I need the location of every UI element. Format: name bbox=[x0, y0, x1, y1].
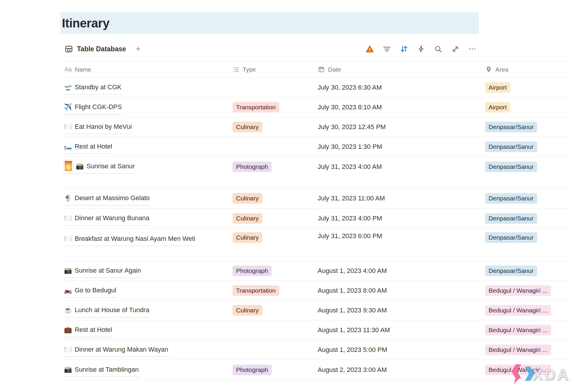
name-cell[interactable]: 🛏️Rest at Hotel bbox=[60, 140, 228, 154]
area-tag[interactable]: Denpasar/Sanur bbox=[485, 213, 537, 224]
area-cell[interactable]: Denpasar/Sanur bbox=[483, 193, 572, 204]
date-cell[interactable]: July 31, 2023 4:00 AM bbox=[315, 163, 483, 171]
page-link[interactable]: 💼Rest at Hotel bbox=[64, 323, 112, 337]
column-header-date[interactable]: Date bbox=[315, 66, 483, 73]
name-cell[interactable]: 📸Sunrise at Tamblingan bbox=[60, 363, 228, 377]
search-icon[interactable] bbox=[434, 45, 442, 53]
table-row[interactable]: ✈️Flight CGK-DPS Transportation July 30,… bbox=[60, 98, 572, 117]
date-cell[interactable]: July 30, 2023 6:30 AM bbox=[315, 84, 483, 91]
type-cell[interactable]: Photograph bbox=[228, 365, 315, 375]
area-cell[interactable]: Denpasar/Sanur bbox=[483, 141, 572, 152]
table-row[interactable]: 🍽️Dinner at Warung Makan Wayan August 1,… bbox=[60, 340, 572, 360]
table-row[interactable]: 🍽️Dinner at Warung Bunana Culinary July … bbox=[60, 209, 572, 228]
table-row[interactable]: 🛫Standby at CGK July 30, 2023 6:30 AM Ai… bbox=[60, 78, 572, 98]
type-tag[interactable]: Culinary bbox=[232, 122, 262, 132]
date-cell[interactable]: July 31, 2023 4:00 PM bbox=[315, 215, 483, 222]
page-link[interactable]: 🍽️Dinner at Warung Makan Wayan bbox=[64, 343, 168, 357]
type-cell[interactable]: Culinary bbox=[228, 213, 315, 224]
date-cell[interactable]: July 31, 2023 11:00 AM bbox=[315, 195, 483, 202]
type-tag[interactable]: Transportation bbox=[232, 102, 279, 113]
page-link[interactable]: 📸Sunrise at Tamblingan bbox=[64, 363, 139, 377]
name-cell[interactable]: 🍨Desert at Massimo Gelato bbox=[60, 192, 228, 205]
page-link[interactable]: 🍽️Breakfast at Warung Nasi Ayam Men Weti bbox=[64, 232, 195, 246]
page-link[interactable]: 🛫Standby at CGK bbox=[64, 81, 121, 95]
area-tag[interactable]: Airport bbox=[485, 82, 510, 93]
type-cell[interactable]: Culinary bbox=[228, 228, 315, 243]
type-cell[interactable]: Culinary bbox=[228, 193, 315, 204]
date-cell[interactable]: August 1, 2023 11:30 AM bbox=[315, 326, 483, 334]
page-link[interactable]: 🍨Desert at Massimo Gelato bbox=[64, 192, 150, 205]
name-cell[interactable]: 🍽️Eat Hanoi by MeVui bbox=[60, 120, 228, 134]
area-tag[interactable]: Denpasar/Sanur bbox=[485, 141, 537, 152]
page-link[interactable]: 🌅📸Sunrise at Sanur bbox=[64, 160, 135, 174]
area-tag[interactable]: Bedugul / Wanagiri ... bbox=[485, 305, 551, 316]
add-view-button[interactable]: + bbox=[136, 45, 141, 53]
area-cell[interactable]: Bedugul / Wanagiri ... bbox=[483, 345, 572, 355]
area-tag[interactable]: Denpasar/Sanur bbox=[485, 162, 537, 172]
automations-icon[interactable] bbox=[417, 45, 425, 53]
area-tag[interactable]: Denpasar/Sanur bbox=[485, 122, 537, 132]
area-tag[interactable]: Airport bbox=[485, 102, 510, 113]
page-link[interactable]: 🍽️Eat Hanoi by MeVui bbox=[64, 120, 132, 134]
date-cell[interactable]: August 1, 2023 5:00 PM bbox=[315, 346, 483, 354]
name-cell[interactable]: 🍽️Dinner at Warung Bunana bbox=[60, 212, 228, 225]
type-cell[interactable]: Transportation bbox=[228, 102, 315, 113]
date-cell[interactable]: July 31, 2023 6:00 PM bbox=[315, 228, 483, 240]
area-cell[interactable]: Denpasar/Sanur bbox=[483, 266, 572, 276]
area-cell[interactable]: Denpasar/Sanur bbox=[483, 228, 572, 243]
area-cell[interactable]: Bedugul / Wanagiri ... bbox=[483, 285, 572, 296]
date-cell[interactable]: July 30, 2023 1:30 PM bbox=[315, 143, 483, 151]
type-cell[interactable]: Photograph bbox=[228, 266, 315, 276]
table-row[interactable]: 🍽️Eat Hanoi by MeVui Culinary July 30, 2… bbox=[60, 117, 572, 137]
type-tag[interactable]: Culinary bbox=[232, 193, 262, 204]
warning-icon[interactable] bbox=[366, 45, 374, 53]
name-cell[interactable]: 🏍️Go to Bedugul bbox=[60, 284, 228, 298]
name-cell[interactable]: 🍽️Breakfast at Warung Nasi Ayam Men Weti bbox=[60, 228, 228, 246]
page-link[interactable]: 🛏️Rest at Hotel bbox=[64, 140, 112, 154]
name-cell[interactable]: 💼Rest at Hotel bbox=[60, 323, 228, 337]
page-link[interactable]: 🏍️Go to Bedugul bbox=[64, 284, 116, 298]
date-cell[interactable]: August 2, 2023 3:00 AM bbox=[315, 366, 483, 374]
area-cell[interactable]: Denpasar/Sanur bbox=[483, 122, 572, 132]
type-tag[interactable]: Photograph bbox=[232, 266, 272, 276]
date-cell[interactable]: July 30, 2023 8:10 AM bbox=[315, 103, 483, 111]
page-link[interactable]: ✈️Flight CGK-DPS bbox=[64, 101, 122, 114]
table-row[interactable]: 🛏️Rest at Hotel July 30, 2023 1:30 PM De… bbox=[60, 137, 572, 157]
table-row[interactable]: 🌅📸Sunrise at Sanur Photograph July 31, 2… bbox=[60, 157, 572, 177]
expand-icon[interactable] bbox=[451, 45, 459, 53]
page-link[interactable]: ☕Lunch at House of Tundra bbox=[64, 304, 149, 317]
area-tag[interactable]: Bedugul / Wanagiri ... bbox=[485, 325, 551, 335]
name-cell[interactable]: 🍽️Dinner at Warung Makan Wayan bbox=[60, 343, 228, 357]
type-cell[interactable]: Culinary bbox=[228, 305, 315, 316]
date-cell[interactable]: August 1, 2023 4:00 AM bbox=[315, 267, 483, 275]
area-tag[interactable]: Denpasar/Sanur bbox=[485, 232, 537, 243]
date-cell[interactable]: July 30, 2023 12:45 PM bbox=[315, 123, 483, 131]
page-link[interactable]: 📸Sunrise at Sanur Again bbox=[64, 264, 141, 278]
column-header-type[interactable]: Type bbox=[228, 66, 315, 73]
type-cell[interactable]: Transportation bbox=[228, 285, 315, 296]
area-cell[interactable]: Bedugul / Wanagiri ... bbox=[483, 305, 572, 316]
type-tag[interactable]: Culinary bbox=[232, 232, 262, 243]
filter-icon[interactable] bbox=[383, 45, 391, 53]
type-tag[interactable]: Transportation bbox=[232, 285, 279, 296]
name-cell[interactable]: ☕Lunch at House of Tundra bbox=[60, 304, 228, 317]
table-row[interactable]: 🍨Desert at Massimo Gelato Culinary July … bbox=[60, 188, 572, 209]
type-tag[interactable]: Culinary bbox=[232, 213, 262, 224]
area-tag[interactable]: Bedugul / Wanagiri ... bbox=[485, 345, 551, 355]
area-cell[interactable]: Airport bbox=[483, 82, 572, 93]
area-tag[interactable]: Bedugul / Wanagiri ... bbox=[485, 285, 551, 296]
area-tag[interactable]: Denpasar/Sanur bbox=[485, 193, 537, 204]
more-options-icon[interactable] bbox=[468, 45, 476, 53]
sort-icon[interactable] bbox=[400, 45, 408, 53]
name-cell[interactable]: 🌅📸Sunrise at Sanur bbox=[60, 160, 228, 174]
area-cell[interactable]: Denpasar/Sanur bbox=[483, 213, 572, 224]
area-tag[interactable]: Denpasar/Sanur bbox=[485, 266, 537, 276]
column-header-area[interactable]: Area bbox=[483, 66, 572, 73]
type-tag[interactable]: Photograph bbox=[232, 162, 272, 172]
view-tab-table-database[interactable]: Table Database bbox=[77, 45, 126, 53]
type-cell[interactable]: Photograph bbox=[228, 162, 315, 172]
type-tag[interactable]: Culinary bbox=[232, 305, 262, 316]
name-cell[interactable]: 📸Sunrise at Sanur Again bbox=[60, 264, 228, 278]
table-row[interactable]: 💼Rest at Hotel August 1, 2023 11:30 AM B… bbox=[60, 320, 572, 340]
area-cell[interactable]: Airport bbox=[483, 102, 572, 113]
